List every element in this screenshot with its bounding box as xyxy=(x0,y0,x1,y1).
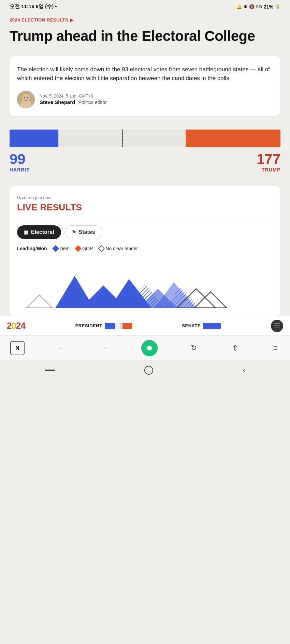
mute-icon: 🔇 xyxy=(249,4,255,9)
author-avatar xyxy=(17,91,35,108)
hamburger-line-2 xyxy=(274,326,280,326)
signal-icon: 5G xyxy=(256,4,262,9)
harris-label: HARRIS xyxy=(10,167,30,173)
home-dot xyxy=(147,346,152,350)
senate-bar-dem xyxy=(203,323,221,329)
browser-menu-button[interactable]: ≡ xyxy=(271,342,280,355)
president-bar-mid xyxy=(115,323,120,329)
bar-dem xyxy=(10,130,58,147)
svg-point-3 xyxy=(24,96,25,98)
author-role: Politics editor xyxy=(78,100,107,105)
bnav-president[interactable]: PRESIDENT xyxy=(75,323,132,329)
section-label-text: 2024 ELECTION RESULTS xyxy=(10,17,68,23)
hamburger-button[interactable] xyxy=(271,320,283,332)
bottom-nav-bar: 2024 PRESIDENT SENATE xyxy=(0,316,290,335)
electoral-chart xyxy=(17,258,273,316)
svg-marker-13 xyxy=(194,292,227,308)
chart-area xyxy=(17,258,273,316)
hamburger-line-1 xyxy=(274,324,280,324)
browser-nav: N ← → ↻ ⇧ ≡ xyxy=(0,335,290,360)
live-results-title: LIVE RESULTS xyxy=(17,202,273,213)
article-card: The election will likely come down to th… xyxy=(10,56,280,116)
live-results-card: Updated just now LIVE RESULTS ▦ Electora… xyxy=(10,186,280,316)
updated-text: Updated just now xyxy=(17,195,273,200)
legend-gop-label: GOP xyxy=(82,246,93,251)
svg-point-2 xyxy=(20,100,31,108)
tab-electoral-label: Electoral xyxy=(31,229,54,235)
svg-point-5 xyxy=(23,99,25,100)
live-divider xyxy=(17,219,273,219)
status-time: 오전 11:16 6일 (수) • xyxy=(10,3,57,10)
browser-share-button[interactable]: ⇧ xyxy=(230,342,240,355)
electoral-bar xyxy=(10,130,280,147)
trump-label: TRUMP xyxy=(257,167,280,173)
section-label-arrow: ▶ xyxy=(70,18,74,23)
legend-dem: Dem xyxy=(53,246,70,251)
tab-row: ▦ Electoral ⚑ States xyxy=(17,225,273,239)
naver-icon[interactable]: N xyxy=(10,341,25,355)
year-logo: 2024 xyxy=(7,320,25,331)
alarm-icon: 🔔 xyxy=(236,4,242,9)
bar-gop xyxy=(186,130,280,147)
legend-gop: GOP xyxy=(76,246,93,251)
harris-votes: 99 xyxy=(10,152,30,166)
article-headline: Trump ahead in the Electoral College xyxy=(10,28,280,44)
main-content: 2024 ELECTION RESULTS ▶ Trump ahead in t… xyxy=(0,13,290,173)
president-bar-mid2 xyxy=(120,323,122,329)
none-diamond-icon xyxy=(98,245,105,252)
flag-icon: ⚑ xyxy=(72,229,76,235)
tab-states[interactable]: ⚑ States xyxy=(64,225,102,239)
author-meta: Nov. 5, 2024, 5 a.m. GMT+9 Steve Shepard… xyxy=(40,94,107,105)
battery-icon: 🔋 xyxy=(275,4,280,9)
president-mini-bar xyxy=(105,323,132,329)
chart-icon: ▦ xyxy=(24,229,28,235)
president-bar-dem xyxy=(105,323,115,329)
legend-none-label: No clear leader xyxy=(105,246,138,251)
legend-dem-label: Dem xyxy=(60,246,70,251)
browser-home-button[interactable] xyxy=(141,340,158,356)
legend-none: No clear leader xyxy=(99,246,138,251)
status-icons: 🔔 ✱ 🔇 5G 21% 🔋 xyxy=(236,4,280,10)
author-date: Nov. 5, 2024, 5 a.m. GMT+9 xyxy=(40,94,107,99)
tab-electoral[interactable]: ▦ Electoral xyxy=(17,225,61,239)
trump-score: 177 TRUMP xyxy=(257,152,280,173)
author-name-row: Steve Shepard Politics editor xyxy=(40,99,107,105)
bluetooth-icon: ✱ xyxy=(244,4,247,9)
legend-row: Leading/Won Dem GOP No clear leader xyxy=(17,246,273,251)
trump-votes: 177 xyxy=(257,152,280,166)
author-row: Nov. 5, 2024, 5 a.m. GMT+9 Steve Shepard… xyxy=(17,91,273,108)
harris-score: 99 HARRIS xyxy=(10,152,30,173)
browser-forward-button[interactable]: → xyxy=(98,342,110,355)
android-back-button[interactable]: ‹ xyxy=(243,366,245,375)
android-home-button[interactable] xyxy=(144,366,153,375)
section-label[interactable]: 2024 ELECTION RESULTS ▶ xyxy=(10,13,280,28)
android-nav: ‹ xyxy=(0,360,290,381)
svg-point-4 xyxy=(27,96,28,98)
gop-diamond-icon xyxy=(75,245,82,252)
electoral-section: 99 HARRIS 177 TRUMP xyxy=(10,130,280,173)
bnav-senate[interactable]: SENATE xyxy=(182,323,221,329)
battery-indicator: 21% xyxy=(264,4,273,10)
president-bar-gop xyxy=(122,323,132,329)
svg-point-6 xyxy=(27,99,29,100)
article-summary: The election will likely come down to th… xyxy=(17,65,273,83)
browser-back-button[interactable]: ← xyxy=(56,342,67,355)
svg-marker-14 xyxy=(27,295,52,308)
dem-diamond-icon xyxy=(52,245,59,252)
senate-mini-bar xyxy=(203,323,221,329)
hamburger-line-3 xyxy=(274,328,280,328)
tab-states-label: States xyxy=(79,229,95,235)
android-recent-button[interactable] xyxy=(45,370,55,371)
bar-center-line xyxy=(122,130,123,147)
electoral-scores: 99 HARRIS 177 TRUMP xyxy=(10,152,280,173)
browser-refresh-button[interactable]: ↻ xyxy=(189,342,199,355)
bnav-left: 2024 xyxy=(7,320,25,331)
president-label: PRESIDENT xyxy=(75,323,102,328)
author-name: Steve Shepard xyxy=(40,99,75,105)
status-bar: 오전 11:16 6일 (수) • 🔔 ✱ 🔇 5G 21% 🔋 xyxy=(0,0,290,13)
legend-leading-won: Leading/Won xyxy=(17,246,47,251)
senate-label: SENATE xyxy=(182,323,201,328)
bar-middle xyxy=(58,130,186,147)
